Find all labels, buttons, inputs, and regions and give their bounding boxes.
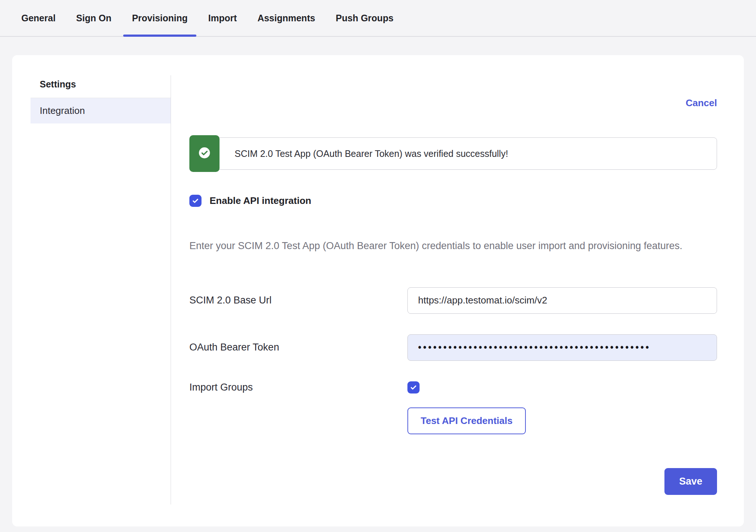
sidebar-heading: Settings xyxy=(31,79,171,98)
check-icon xyxy=(192,197,199,204)
tab-general[interactable]: General xyxy=(11,0,66,36)
import-groups-row: Import Groups xyxy=(189,381,717,393)
check-icon xyxy=(410,384,417,391)
app-tab-bar: General Sign On Provisioning Import Assi… xyxy=(0,0,756,37)
integration-panel: Cancel SCIM 2.0 Test App (OAuth Bearer T… xyxy=(171,75,744,504)
base-url-label: SCIM 2.0 Base Url xyxy=(189,295,407,306)
token-input[interactable] xyxy=(407,334,717,361)
credentials-description: Enter your SCIM 2.0 Test App (OAuth Bear… xyxy=(189,237,700,255)
save-row: Save xyxy=(189,468,717,495)
base-url-row: SCIM 2.0 Base Url xyxy=(189,287,717,314)
enable-api-checkbox[interactable] xyxy=(189,195,202,207)
tab-import[interactable]: Import xyxy=(198,0,247,36)
import-groups-label: Import Groups xyxy=(189,382,407,393)
token-label: OAuth Bearer Token xyxy=(189,342,407,353)
tab-assignments[interactable]: Assignments xyxy=(247,0,325,36)
enable-api-label: Enable API integration xyxy=(210,195,311,206)
save-button[interactable]: Save xyxy=(664,468,717,495)
provisioning-card: Settings Integration Cancel SCIM 2.0 Tes… xyxy=(12,55,744,526)
tab-sign-on[interactable]: Sign On xyxy=(66,0,122,36)
tab-push-groups[interactable]: Push Groups xyxy=(325,0,404,36)
base-url-input[interactable] xyxy=(407,287,717,314)
check-circle-icon xyxy=(198,147,211,161)
cancel-row: Cancel xyxy=(189,97,717,109)
tab-provisioning[interactable]: Provisioning xyxy=(122,0,198,36)
settings-sidebar: Settings Integration xyxy=(12,75,171,504)
success-icon-block xyxy=(189,135,220,172)
test-api-credentials-button[interactable]: Test API Credentials xyxy=(407,407,526,434)
import-groups-checkbox[interactable] xyxy=(407,381,420,393)
sidebar-item-integration[interactable]: Integration xyxy=(31,98,171,123)
enable-api-row: Enable API integration xyxy=(189,195,717,207)
test-credentials-row: Test API Credentials xyxy=(189,407,717,434)
success-banner: SCIM 2.0 Test App (OAuth Bearer Token) w… xyxy=(189,135,717,172)
cancel-link[interactable]: Cancel xyxy=(686,97,717,108)
banner-message: SCIM 2.0 Test App (OAuth Bearer Token) w… xyxy=(217,137,717,170)
token-row: OAuth Bearer Token xyxy=(189,334,717,361)
